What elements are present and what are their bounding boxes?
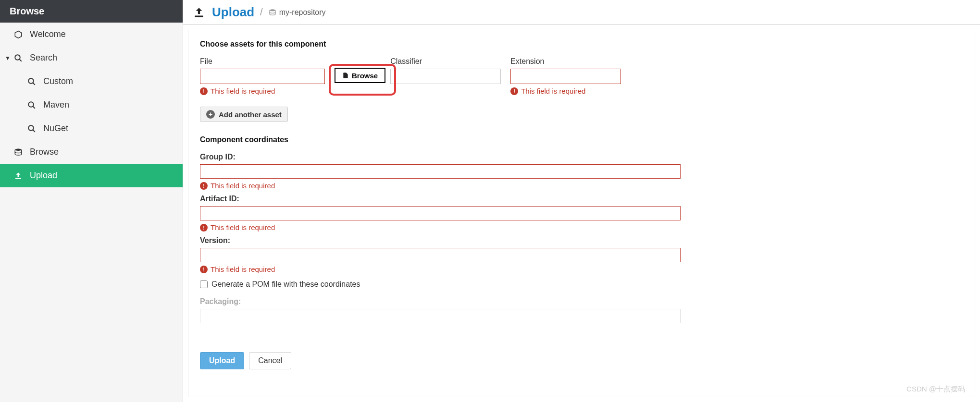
artifact-id-error: ! This field is required <box>200 223 963 231</box>
extension-label: Extension <box>510 57 621 66</box>
group-id-error: ! This field is required <box>200 182 963 190</box>
artifact-id-input[interactable] <box>200 206 681 220</box>
sidebar-item-search[interactable]: ▼ Search <box>0 46 183 70</box>
generate-pom-checkbox[interactable] <box>200 280 208 288</box>
generate-pom-label: Generate a POM file with these coordinat… <box>211 280 360 289</box>
sidebar-item-browse[interactable]: Browse <box>0 140 183 164</box>
main-content: Upload / my-repository Choose assets for… <box>183 0 980 402</box>
database-icon <box>269 9 276 16</box>
search-icon <box>27 77 37 86</box>
artifact-id-label: Artifact ID: <box>200 195 963 203</box>
svg-marker-0 <box>15 31 22 38</box>
upload-button[interactable]: Upload <box>200 352 244 369</box>
search-icon <box>27 101 37 110</box>
plus-icon: + <box>206 110 215 119</box>
upload-icon <box>13 171 23 180</box>
breadcrumb-separator: / <box>260 7 263 18</box>
upload-icon <box>193 6 205 19</box>
svg-rect-11 <box>195 15 203 17</box>
breadcrumb: Upload / my-repository <box>183 0 980 25</box>
version-input[interactable] <box>200 248 681 262</box>
svg-point-1 <box>15 55 20 60</box>
svg-line-6 <box>33 106 35 109</box>
sidebar-item-label: Search <box>30 53 57 63</box>
sidebar-header: Browse <box>0 0 183 23</box>
svg-point-5 <box>28 102 34 107</box>
svg-rect-10 <box>15 178 21 179</box>
browse-button[interactable]: Browse <box>335 68 385 83</box>
breadcrumb-repo: my-repository <box>279 8 326 17</box>
error-icon: ! <box>200 266 208 273</box>
classifier-label: Classifier <box>390 57 501 66</box>
search-icon <box>27 124 37 133</box>
error-icon: ! <box>200 224 208 231</box>
watermark: CSDN @十点摆码 <box>906 385 965 394</box>
add-another-asset-button[interactable]: + Add another asset <box>200 107 288 122</box>
error-icon: ! <box>510 87 518 95</box>
error-icon: ! <box>200 87 208 95</box>
packaging-input[interactable] <box>200 309 681 323</box>
file-input[interactable] <box>200 69 325 84</box>
assets-section-title: Choose assets for this component <box>200 40 963 49</box>
svg-point-9 <box>15 148 22 151</box>
sidebar-item-label: Upload <box>30 171 57 181</box>
sidebar-item-label: Custom <box>43 76 73 86</box>
extension-input[interactable] <box>510 69 621 84</box>
sidebar-item-welcome[interactable]: Welcome <box>0 23 183 46</box>
svg-point-3 <box>28 78 34 84</box>
caret-down-icon: ▼ <box>5 55 12 61</box>
sidebar-item-upload[interactable]: Upload <box>0 164 183 187</box>
file-error: ! This field is required <box>200 87 325 95</box>
sidebar-item-label: Maven <box>43 100 69 110</box>
sidebar-item-nuget[interactable]: NuGet <box>0 117 183 140</box>
packaging-label: Packaging: <box>200 297 963 306</box>
sidebar-item-maven[interactable]: Maven <box>0 93 183 117</box>
svg-line-4 <box>33 83 35 85</box>
sidebar: Browse Welcome ▼ Search Custom <box>0 0 183 402</box>
file-icon <box>342 72 349 79</box>
group-id-label: Group ID: <box>200 153 963 161</box>
extension-error: ! This field is required <box>510 87 621 95</box>
svg-point-7 <box>28 125 34 131</box>
breadcrumb-title[interactable]: Upload <box>212 5 254 20</box>
version-error: ! This field is required <box>200 265 963 273</box>
error-icon: ! <box>200 182 208 190</box>
sidebar-item-label: NuGet <box>43 123 68 134</box>
classifier-input[interactable] <box>390 69 501 84</box>
coords-section-title: Component coordinates <box>200 135 963 144</box>
group-id-input[interactable] <box>200 164 681 179</box>
sidebar-item-label: Browse <box>30 147 59 157</box>
version-label: Version: <box>200 236 963 245</box>
svg-line-8 <box>33 130 35 132</box>
file-label: File <box>200 57 325 66</box>
database-icon <box>13 148 23 157</box>
cancel-button[interactable]: Cancel <box>249 352 291 369</box>
hexagon-icon <box>13 30 23 39</box>
sidebar-item-label: Welcome <box>30 29 66 39</box>
svg-point-12 <box>270 9 275 11</box>
search-icon <box>13 54 23 62</box>
sidebar-item-custom[interactable]: Custom <box>0 70 183 93</box>
svg-line-2 <box>19 59 22 61</box>
